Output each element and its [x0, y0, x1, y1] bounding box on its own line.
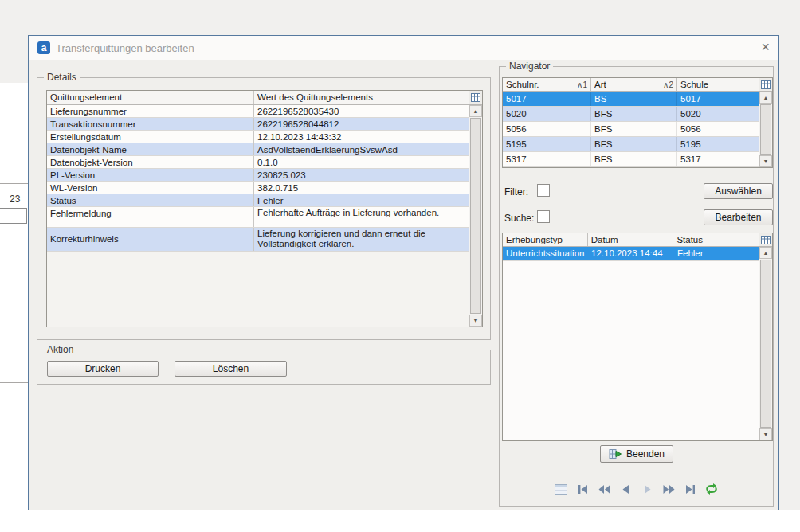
background-field-fragment	[0, 208, 27, 224]
bearbeiten-button[interactable]: Bearbeiten	[704, 209, 773, 225]
table-row[interactable]: PL-Version230825.023	[47, 169, 482, 182]
record-navigation-toolbar	[500, 479, 773, 499]
navigator-group-label: Navigator	[506, 61, 553, 72]
header-datum[interactable]: Datum	[588, 233, 674, 246]
column-config-button[interactable]	[759, 233, 772, 246]
loeschen-button[interactable]: Löschen	[175, 361, 287, 377]
header-quittungselement[interactable]: Quittungselement	[47, 91, 254, 104]
scrollbar-thumb[interactable]	[760, 104, 771, 155]
header-schulnr[interactable]: Schulnr.∧1	[503, 78, 591, 91]
table-row[interactable]: Transaktionsnummer2622196528044812	[47, 118, 482, 131]
next-record-icon[interactable]	[641, 483, 654, 496]
header-wert[interactable]: Wert des Quittungselements	[254, 91, 469, 104]
background-bottom-strip	[0, 510, 800, 532]
auswaehlen-button[interactable]: Auswählen	[704, 183, 773, 199]
dialog-transferquittungen: a Transferquittungen bearbeiten × Detail…	[28, 35, 779, 510]
background-divider	[0, 382, 28, 383]
table-row[interactable]: FehlermeldungFehlerhafte Aufträge in Lie…	[47, 207, 482, 228]
column-grid-icon	[761, 236, 771, 244]
scroll-up-icon[interactable]: ▲	[759, 92, 772, 104]
exit-icon	[609, 448, 622, 460]
records-table: Erhebungstyp Datum Status Unterrichtssit…	[502, 233, 773, 441]
table-row[interactable]: Lieferungsnummer2622196528035430	[47, 105, 482, 118]
scroll-down-icon[interactable]: ▼	[759, 428, 772, 440]
column-config-button[interactable]	[759, 78, 772, 91]
header-art[interactable]: Art∧2	[591, 78, 677, 91]
sort-indicator: ∧2	[661, 79, 673, 90]
app-icon: a	[37, 41, 50, 54]
scrollbar-track[interactable]	[759, 104, 772, 155]
school-row-selected[interactable]: 5017BS5017	[503, 92, 772, 107]
navigator-group: Navigator Schulnr.∧1 Art∧2 Schule 5017BS…	[499, 66, 774, 507]
header-status[interactable]: Status	[673, 233, 759, 246]
scroll-down-icon[interactable]: ▼	[759, 155, 772, 167]
school-row[interactable]: 5195BFS5195	[503, 137, 772, 152]
suche-label: Suche:	[504, 213, 534, 224]
suche-checkbox[interactable]	[537, 210, 550, 223]
column-grid-icon	[761, 80, 771, 89]
fast-backward-icon[interactable]	[598, 483, 611, 496]
fast-forward-icon[interactable]	[662, 483, 676, 496]
aktion-group: Aktion Drucken Löschen	[37, 350, 491, 385]
details-table-header: Quittungselement Wert des Quittungseleme…	[47, 91, 482, 105]
header-erhebungstyp[interactable]: Erhebungstyp	[503, 233, 588, 246]
previous-record-icon[interactable]	[619, 483, 633, 496]
last-record-icon[interactable]	[684, 483, 697, 496]
window-title: Transferquittungen bearbeiten	[56, 42, 194, 54]
column-grid-icon	[471, 93, 480, 102]
records-table-scrollbar[interactable]: ▲ ▼	[759, 247, 772, 440]
table-row[interactable]: Erstellungsdatum12.10.2023 14:43:32	[47, 131, 482, 143]
schools-table: Schulnr.∧1 Art∧2 Schule 5017BS5017 5020B…	[502, 77, 773, 168]
refresh-icon[interactable]	[705, 483, 719, 496]
aktion-group-label: Aktion	[44, 344, 76, 355]
details-table: Quittungselement Wert des Quittungseleme…	[46, 90, 483, 327]
column-config-button[interactable]	[469, 91, 482, 104]
scroll-up-icon[interactable]: ▲	[759, 247, 772, 259]
table-row[interactable]: Datenobjekt-Version0.1.0	[47, 156, 482, 169]
record-row-selected[interactable]: Unterrichtssituation12.10.2023 14:44Fehl…	[503, 247, 772, 261]
close-icon[interactable]: ×	[761, 40, 770, 54]
background-divider	[0, 183, 28, 184]
details-table-scrollbar[interactable]: ▲ ▼	[469, 105, 482, 327]
filter-label: Filter:	[504, 186, 528, 198]
titlebar[interactable]: a Transferquittungen bearbeiten ×	[29, 36, 778, 60]
scrollbar-thumb[interactable]	[470, 118, 481, 314]
schools-table-header: Schulnr.∧1 Art∧2 Schule	[503, 78, 772, 92]
scrollbar-track[interactable]	[469, 117, 482, 315]
table-row[interactable]: WL-Version382.0.715	[47, 182, 482, 194]
records-table-header: Erhebungstyp Datum Status	[503, 233, 772, 247]
scroll-up-icon[interactable]: ▲	[469, 105, 482, 117]
table-row[interactable]: KorrekturhinweisLieferung korrigieren un…	[47, 228, 482, 252]
datasheet-icon[interactable]	[555, 483, 568, 496]
table-row[interactable]: Datenobjekt-NameAsdVollstaendErklaerungS…	[47, 143, 482, 156]
header-schule[interactable]: Schule	[677, 78, 759, 91]
drucken-button[interactable]: Drucken	[47, 361, 159, 377]
scroll-down-icon[interactable]: ▼	[469, 315, 482, 327]
school-row[interactable]: 5317BFS5317	[503, 152, 772, 167]
background-fragment-text: 23	[10, 194, 20, 205]
details-group-label: Details	[44, 72, 80, 83]
schools-table-scrollbar[interactable]: ▲ ▼	[759, 92, 772, 167]
details-group: Details Quittungselement Wert des Quittu…	[37, 77, 491, 340]
scrollbar-track[interactable]	[759, 259, 772, 428]
scrollbar-thumb[interactable]	[760, 260, 771, 428]
first-record-icon[interactable]	[576, 483, 590, 496]
school-row[interactable]: 5056BFS5056	[503, 122, 772, 137]
filter-checkbox[interactable]	[537, 184, 550, 197]
sort-indicator: ∧1	[575, 79, 587, 90]
table-row[interactable]: StatusFehler	[47, 194, 482, 207]
school-row[interactable]: 5020BFS5020	[503, 107, 772, 122]
beenden-button[interactable]: Beenden	[600, 445, 673, 463]
background-left-sliver: 23	[0, 83, 28, 532]
